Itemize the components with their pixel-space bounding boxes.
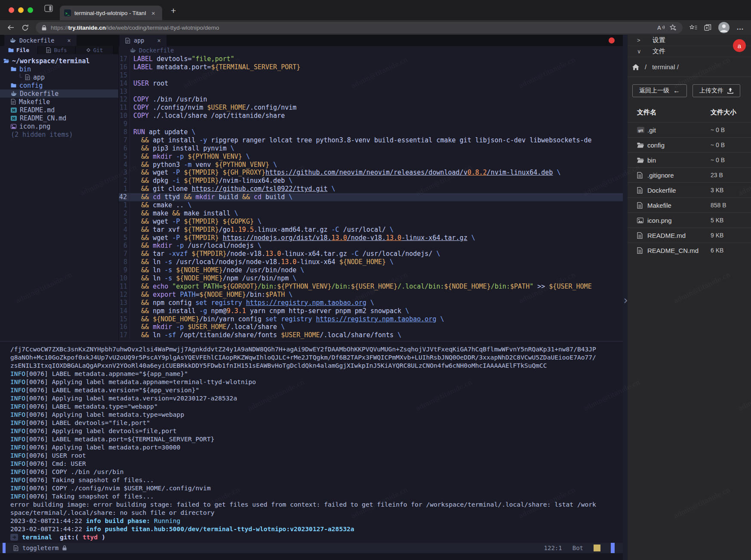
code-text: && wget -P ${TMPDIR} https://nodejs.org/… (129, 234, 628, 242)
file-row-icon-png[interactable]: icon.png5 KB (628, 212, 751, 228)
code-line[interactable]: 3 && wget -P ${TMPDIR} ${GOPKG} \ (119, 218, 628, 226)
tree-item-2-hidden-items[interactable]: (2 hidden items) (0, 130, 118, 138)
code-line[interactable]: 7 && apt install -y ripgrep ranger lolca… (119, 136, 628, 145)
red-circle-indicator[interactable] (609, 37, 615, 43)
chevron-down-icon: ∨ (637, 48, 642, 55)
favorites-icon[interactable] (689, 25, 697, 31)
file-row-dockerfile[interactable]: Dockerfile3 KB (628, 182, 751, 197)
code-line[interactable]: 3 && wget -P ${TMPDIR} ${GH_PROXY}https:… (119, 169, 628, 177)
code-line[interactable]: 1 && git clone https://github.com/tsl092… (119, 185, 628, 193)
maximize-window-icon[interactable] (28, 7, 33, 13)
code-line[interactable]: 12 && export PATH=${NODE_HOME}/bin:$PATH… (119, 291, 628, 299)
code-line[interactable]: 14 && npm install -g npm@9.3.1 yarn cnpm… (119, 307, 628, 315)
editor-buffer[interactable]: 17LABEL devtools="file,port"16LABEL meta… (119, 54, 628, 341)
files-section-header[interactable]: ∨ 文件 (628, 46, 751, 57)
code-line[interactable]: 17LABEL devtools="file,port" (119, 55, 628, 63)
file-name: icon.png (647, 217, 711, 224)
file-row-readme-md[interactable]: README.md9 KB (628, 228, 751, 243)
file-icon (637, 172, 647, 178)
terminal-output[interactable]: /fj7CcwoCW7ZXBc3snKxZNYHpbh7uhwOvx2lsi4W… (0, 341, 628, 543)
current-path[interactable]: terminal / (652, 63, 679, 71)
code-line[interactable]: 14USER root (119, 80, 628, 88)
close-icon[interactable]: × (67, 37, 71, 44)
tree-item-readme-cn-md[interactable]: MREADME_CN.md (0, 114, 118, 122)
code-line[interactable]: 10COPY ./.local/share /opt/titanide/shar… (119, 112, 628, 120)
code-text: && ln -s ${NODE_HOME}/npm /usr/bin/npm \ (129, 274, 628, 283)
back-icon[interactable] (7, 24, 15, 31)
sidebar-tab-dockerfile[interactable]: Dockerfile × (4, 35, 77, 46)
file-row-bin[interactable]: bin~ 0 B (628, 152, 751, 167)
git-icon: git (637, 127, 647, 133)
file-row-gitignore[interactable]: .gitignore23 B (628, 167, 751, 182)
code-line[interactable]: 7 && tar -xvzf ${TMPDIR}/node-v18.13.0-l… (119, 250, 628, 258)
read-aloud-icon[interactable]: A (657, 25, 665, 31)
code-line[interactable]: 11 && echo "export PATH=${GOROOT}/bin:${… (119, 283, 628, 291)
code-line[interactable]: 13 (119, 88, 628, 96)
close-icon[interactable]: × (157, 37, 160, 44)
code-text (129, 88, 628, 96)
user-avatar[interactable]: a (733, 39, 746, 52)
code-line[interactable]: 15 && ${NODE_HOME}/bin/yarn config set r… (119, 315, 628, 323)
tree-item-dockerfile[interactable]: Dockerfile (0, 89, 118, 98)
code-line[interactable]: 6 && mkdir -p /usr/local/nodejs \ (119, 242, 628, 250)
profile-avatar[interactable] (718, 22, 729, 33)
window-controls[interactable] (9, 7, 33, 13)
code-line[interactable]: 2 && make && make install \ (119, 209, 628, 218)
file-row-git[interactable]: git.git~ 0 B (628, 122, 751, 137)
code-line[interactable]: 11COPY ./config/nvim $USER_HOME/.config/… (119, 104, 628, 112)
code-line[interactable]: 10 && ln -s ${NODE_HOME}/npm /usr/bin/np… (119, 274, 628, 283)
terminal-line: 2023-02-08T21:44:22 info pushed titan.hu… (10, 525, 628, 533)
code-line[interactable]: 9 (119, 120, 628, 128)
sidebar-tab-label: Dockerfile (19, 37, 54, 44)
address-bar[interactable]: https://try.titanide.cn/ide/web/coding/t… (36, 22, 683, 34)
tree-item-app[interactable]: └app (0, 73, 118, 81)
file-row-config[interactable]: config~ 0 B (628, 137, 751, 152)
code-line[interactable]: 17 && ln -sf /opt/titanide/share/fonts $… (119, 331, 628, 339)
editor-tab-app[interactable]: app × (120, 35, 166, 46)
tree-item-readme-md[interactable]: MREADME.md (0, 106, 118, 114)
tree-item-makefile[interactable]: Makefile (0, 98, 118, 106)
tree-item-bin[interactable]: bin (0, 65, 118, 73)
folder-gray-icon (637, 157, 647, 163)
browser-tab[interactable]: >_ terminal-ttyd-wlotnipo - TitanI × (60, 6, 162, 20)
code-line[interactable]: 5 && mkdir -p ${PYTHON_VENV} \ (119, 153, 628, 161)
explorer-tab-file[interactable]: File (0, 46, 38, 54)
settings-section-header[interactable]: > 设置 (628, 35, 751, 46)
home-icon[interactable] (632, 64, 639, 70)
code-line[interactable]: 5 && wget -P ${TMPDIR} https://nodejs.or… (119, 234, 628, 242)
collections-icon[interactable] (704, 24, 711, 31)
explorer-tab-bufs[interactable]: Bufs (38, 46, 76, 54)
tree-item-workspace-terminal[interactable]: ~/workspace/terminal (0, 57, 118, 65)
code-line[interactable]: 13 && npm config set registry https://re… (119, 299, 628, 307)
tree-item-config[interactable]: config (0, 81, 118, 89)
file-row-makefile[interactable]: Makefile858 B (628, 197, 751, 212)
explorer-tab-git[interactable]: Git (76, 46, 114, 54)
go-up-button[interactable]: 返回上一级← (632, 84, 687, 97)
code-line[interactable]: 4 && tar xvf ${TMPDIR}/go1.19.5.linux-am… (119, 226, 628, 234)
file-tree[interactable]: ~/workspace/terminalbin└appconfigDockerf… (0, 54, 118, 341)
code-line[interactable]: 15 (119, 71, 628, 80)
code-line[interactable]: 6 && pip3 install pynvim \ (119, 145, 628, 153)
code-line[interactable]: 4 && python3 -m venv ${PYTHON_VENV} \ (119, 161, 628, 169)
tab-overview-icon[interactable] (44, 5, 53, 14)
code-line[interactable]: 1 && cmake .. \ (119, 201, 628, 209)
new-tab-button[interactable]: + (171, 6, 176, 15)
add-favorite-icon[interactable] (669, 24, 677, 31)
code-line[interactable]: 9 && ln -s ${NODE_HOME}/node /usr/bin/no… (119, 266, 628, 274)
code-line[interactable]: 8RUN apt update \ (119, 128, 628, 136)
code-line[interactable]: 2 && dpkg -i ${TMPDIR}/nvim-linux64.deb … (119, 177, 628, 185)
close-window-icon[interactable] (9, 7, 14, 13)
code-line[interactable]: 16LABEL metadata.port=${TERMINAL_SERVER_… (119, 63, 628, 71)
code-line[interactable]: 12COPY ./bin /usr/bin (119, 95, 628, 104)
code-line[interactable]: 8 && ln -s /usr/local/nodejs/node-v18.13… (119, 258, 628, 266)
code-line[interactable]: 16 && mkdir -p $USER_HOME/.local/share \ (119, 323, 628, 331)
upload-file-button[interactable]: 上传文件 (693, 84, 740, 97)
code-line-current[interactable]: 42 && cd ttyd && mkdir build && cd build… (119, 193, 628, 201)
refresh-icon[interactable] (22, 24, 29, 31)
file-row-readme-cn-md[interactable]: README_CN.md6 KB (628, 243, 751, 258)
tree-item-icon-png[interactable]: icon.png (0, 122, 118, 130)
close-tab-icon[interactable]: × (151, 9, 155, 17)
image-icon (11, 124, 16, 129)
minimize-window-icon[interactable] (18, 7, 24, 13)
browser-menu-icon[interactable]: … (736, 23, 744, 32)
